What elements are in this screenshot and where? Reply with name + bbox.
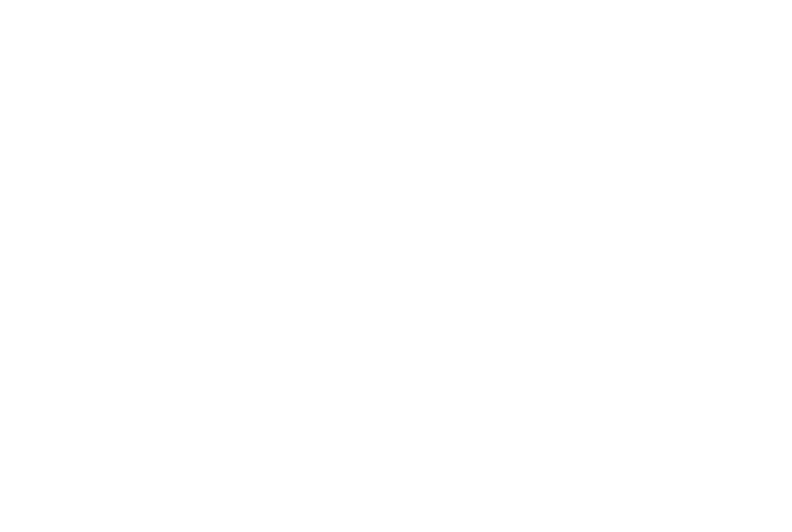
chart-svg [0,0,792,532]
star-history-chart [0,0,792,532]
